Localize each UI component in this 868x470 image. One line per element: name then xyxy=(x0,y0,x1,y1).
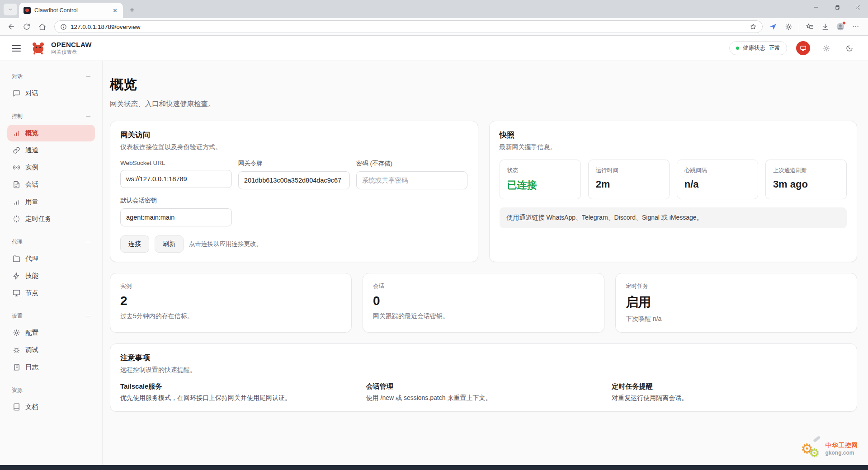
channels-note: 使用通道链接 WhatsApp、Telegram、Discord、Signal … xyxy=(500,207,847,228)
sidebar: 对话 对话 控制 概览 通道 实例 xyxy=(0,61,103,465)
sidebar-item-config[interactable]: 配置 xyxy=(7,324,95,341)
light-theme-button[interactable] xyxy=(819,41,833,55)
page-subtitle: 网关状态、入口和快速健康检查。 xyxy=(110,99,857,109)
sidebar-item-debug[interactable]: 调试 xyxy=(7,342,95,358)
sidebar-item-channels[interactable]: 通道 xyxy=(7,142,95,159)
sidebar-item-logs[interactable]: 日志 xyxy=(7,359,95,376)
broadcast-icon xyxy=(13,164,20,171)
bookmark-star-icon[interactable] xyxy=(750,23,757,30)
sidebar-item-agents[interactable]: 代理 xyxy=(7,250,95,267)
url-text[interactable]: 127.0.0.1:18789/overview xyxy=(71,24,746,30)
screen-broadcast-button[interactable] xyxy=(796,41,810,55)
gears-icon: ⚙ ⚙ xyxy=(801,437,825,461)
cron-card: 定时任务 启用 下次唤醒 n/a xyxy=(615,273,857,333)
sidebar-item-nodes[interactable]: 节点 xyxy=(7,285,95,301)
card-subtitle: 远程控制设置的快速提醒。 xyxy=(120,366,847,374)
scroll-icon xyxy=(13,363,20,371)
spinner-icon xyxy=(13,215,20,223)
browser-menu-button[interactable] xyxy=(851,22,861,32)
snapshot-card: 快照 最新网关握手信息。 状态 已连接 运行时间 2m 心跳间隔 n/a xyxy=(489,121,858,262)
section-header: 资源 xyxy=(7,386,95,394)
dark-theme-button[interactable] xyxy=(842,41,856,55)
sidebar-item-label: 代理 xyxy=(25,254,38,263)
section-label: 设置 xyxy=(12,312,23,320)
note-title: Tailscale服务 xyxy=(120,382,355,391)
window-close-button[interactable] xyxy=(847,0,868,14)
site-info-icon[interactable] xyxy=(60,24,67,30)
note-title: 会话管理 xyxy=(366,382,601,391)
sidebar-item-label: 实例 xyxy=(25,163,38,172)
sidebar-item-label: 调试 xyxy=(25,346,38,354)
field-label: 密码 (不存储) xyxy=(356,160,468,168)
ws-url-input[interactable] xyxy=(120,170,232,188)
wrench-icon xyxy=(813,436,820,442)
note-tailscale: Tailscale服务 优先使用服务模式，在回环接口上保持网关并使用尾网认证。 xyxy=(120,382,355,402)
sidebar-item-cron[interactable]: 定时任务 xyxy=(7,211,95,227)
password-field: 密码 (不存储) xyxy=(356,160,468,189)
plus-icon xyxy=(129,7,135,13)
session-key-field: 默认会话密钥 xyxy=(120,197,232,226)
browser-tab[interactable]: Clawdbot Control ✕ xyxy=(19,3,123,18)
window-restore-button[interactable] xyxy=(826,0,847,14)
gkong-watermark: ⚙ ⚙ 中华工控网 gkong.com xyxy=(801,437,859,461)
card-label: 定时任务 xyxy=(626,282,847,290)
brand: OPENCLAW 网关仪表盘 xyxy=(30,40,92,56)
collapse-icon[interactable] xyxy=(86,316,90,317)
home-button[interactable] xyxy=(35,20,49,33)
stat-value: 3m ago xyxy=(773,179,839,190)
sidebar-item-skills[interactable]: 技能 xyxy=(7,268,95,284)
instances-card: 实例 2 过去5分钟内的存在信标。 xyxy=(110,273,352,333)
sidebar-item-label: 配置 xyxy=(25,329,38,337)
collapse-icon[interactable] xyxy=(86,76,90,77)
stat-label: 状态 xyxy=(507,167,573,174)
extensions-icon[interactable] xyxy=(783,22,793,32)
sidebar-item-overview[interactable]: 概览 xyxy=(7,125,95,141)
stat-label: 运行时间 xyxy=(596,167,662,174)
card-desc: 过去5分钟内的存在信标。 xyxy=(120,312,341,320)
password-input[interactable] xyxy=(356,171,468,189)
sidebar-item-docs[interactable]: 文档 xyxy=(7,399,95,415)
session-key-input[interactable] xyxy=(120,208,232,226)
file-text-icon xyxy=(13,181,20,188)
card-label: 实例 xyxy=(120,282,341,290)
favorites-icon[interactable] xyxy=(805,22,815,32)
back-button[interactable] xyxy=(5,20,18,33)
sidebar-item-sessions[interactable]: 会话 xyxy=(7,176,95,193)
sidebar-item-instances[interactable]: 实例 xyxy=(7,159,95,176)
new-tab-button[interactable] xyxy=(126,4,138,16)
gateway-token-input[interactable] xyxy=(238,171,350,189)
window-minimize-button[interactable] xyxy=(806,0,826,14)
sidebar-item-chat[interactable]: 对话 xyxy=(7,85,95,102)
sidebar-item-usage[interactable]: 用量 xyxy=(7,193,95,210)
address-bar[interactable]: 127.0.0.1:18789/overview xyxy=(54,20,763,33)
profile-avatar[interactable] xyxy=(835,22,845,32)
stat-tile-status: 状态 已连接 xyxy=(500,160,581,199)
section-header: 代理 xyxy=(7,238,95,246)
health-status-pill[interactable]: 健康状态 正常 xyxy=(729,41,787,55)
ws-url-field: WebSocket URL xyxy=(120,160,232,189)
card-value: 启用 xyxy=(626,294,847,311)
downloads-icon[interactable] xyxy=(820,22,830,32)
collapse-icon[interactable] xyxy=(86,116,90,117)
stat-tile-heartbeat: 心跳间隔 n/a xyxy=(677,160,758,199)
menu-toggle-button[interactable] xyxy=(12,45,21,52)
brand-text: OPENCLAW 网关仪表盘 xyxy=(51,41,92,56)
refresh-button-card[interactable]: 刷新 xyxy=(155,235,184,253)
tab-search-button[interactable] xyxy=(4,4,17,15)
bird-glyph-icon xyxy=(769,23,777,31)
tab-close-icon[interactable]: ✕ xyxy=(111,6,119,15)
card-title: 注意事项 xyxy=(120,353,847,363)
browser-tab-bar: Clawdbot Control ✕ xyxy=(0,0,868,18)
token-field: 网关令牌 xyxy=(238,160,350,189)
section-label: 资源 xyxy=(12,386,23,394)
card-subtitle: 仪表板连接位置以及身份验证方式。 xyxy=(120,143,468,151)
connect-button[interactable]: 连接 xyxy=(120,235,149,253)
gear-icon xyxy=(13,329,20,337)
bird-extension-icon[interactable] xyxy=(768,22,778,32)
download-arrow-icon xyxy=(821,23,829,31)
taskbar-strip xyxy=(0,465,868,470)
refresh-button[interactable] xyxy=(20,20,33,33)
stat-label: 上次通道刷新 xyxy=(773,167,839,174)
sessions-card: 会话 0 网关跟踪的最近会话密钥。 xyxy=(363,273,604,333)
collapse-icon[interactable] xyxy=(86,242,90,243)
